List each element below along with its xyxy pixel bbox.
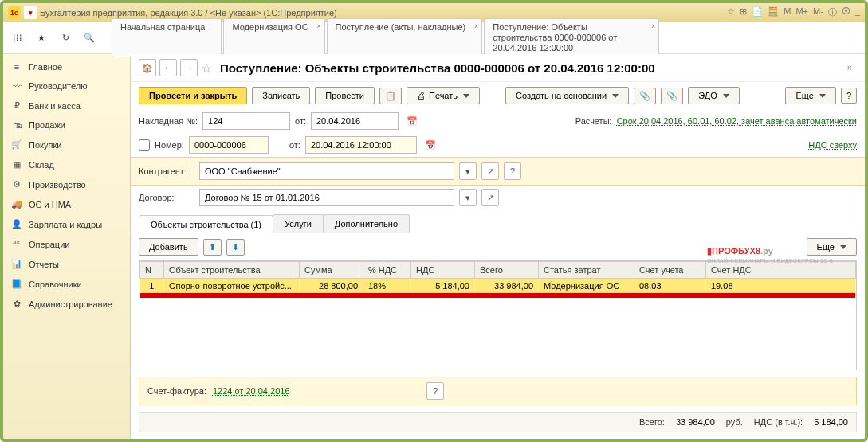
bag-icon: 🛍 xyxy=(11,120,22,130)
post-button[interactable]: Провести xyxy=(315,87,375,104)
forward-icon[interactable]: → xyxy=(180,59,198,76)
sidebar-item-operations[interactable]: ᴬᵏОперации xyxy=(3,234,130,254)
col-total[interactable]: Всего xyxy=(475,262,539,279)
create-based-button[interactable]: Создать на основании xyxy=(505,87,629,104)
sidebar-item-bank[interactable]: ₽Банк и касса xyxy=(3,96,130,115)
calendar-icon[interactable]: 📅 xyxy=(403,112,421,130)
add-button[interactable]: Добавить xyxy=(139,238,198,256)
print-button[interactable]: 🖨Печать xyxy=(407,87,480,104)
page-header: 🏠 ← → ☆ Поступление: Объекты строительст… xyxy=(131,54,865,82)
calendar-icon[interactable]: 📅 xyxy=(422,136,439,154)
table-row[interactable]: 1 Опорно-поворотное устройс... 28 800,00… xyxy=(140,279,856,294)
settlements-label: Расчеты: xyxy=(575,116,612,126)
sf-link[interactable]: 1224 от 20.04.2016 xyxy=(213,386,420,396)
tab-receipts[interactable]: Поступление (акты, накладные)× xyxy=(327,18,483,58)
doc-checkbox[interactable] xyxy=(139,139,150,151)
clip-button[interactable]: 📎 xyxy=(661,88,683,104)
attach-button[interactable]: 📎 xyxy=(634,88,656,104)
contract-input[interactable] xyxy=(199,189,454,206)
number-input[interactable] xyxy=(189,136,269,154)
sidebar-item-salary[interactable]: 👤Зарплата и кадры xyxy=(3,214,130,234)
table-toolbar: Добавить ⬆ ⬇ Еще xyxy=(131,233,865,260)
favorite-icon[interactable]: ☆ xyxy=(201,61,212,76)
titlebar-icon[interactable]: 🧮 xyxy=(768,6,779,18)
move-down-button[interactable]: ⬇ xyxy=(226,239,245,256)
info-icon[interactable]: ⓘ xyxy=(828,6,837,18)
app-icon: 1c xyxy=(8,6,21,19)
sidebar-item-admin[interactable]: ✿Администрирование xyxy=(3,294,130,314)
report-icon: 📊 xyxy=(11,259,22,269)
invoice-date-input[interactable] xyxy=(311,112,399,130)
inner-tabs: Объекты строительства (1) Услуги Дополни… xyxy=(131,209,865,233)
back-icon[interactable]: ← xyxy=(159,59,177,76)
sidebar-item-refs[interactable]: 📘Справочники xyxy=(3,274,130,294)
edo-button[interactable]: ЭДО xyxy=(688,87,740,104)
close-icon[interactable]: × xyxy=(842,63,857,72)
search-icon[interactable]: 🔍 xyxy=(80,29,99,48)
book-icon: 📘 xyxy=(11,279,22,289)
sidebar-item-manager[interactable]: 〰Руководителю xyxy=(3,76,130,96)
invoice-number-input[interactable] xyxy=(202,112,290,130)
col-vat-account[interactable]: Счет НДС xyxy=(706,262,856,279)
open-icon[interactable]: ↗ xyxy=(481,162,499,180)
close-icon[interactable]: × xyxy=(474,22,478,31)
settlements-link[interactable]: Срок 20.04.2016, 60.01, 60.02, зачет ава… xyxy=(617,116,857,126)
col-cost-item[interactable]: Статья затрат xyxy=(539,262,634,279)
write-button[interactable]: Записать xyxy=(252,87,310,104)
close-icon[interactable]: × xyxy=(316,22,320,31)
help-icon[interactable]: ? xyxy=(426,382,444,400)
date-label: от: xyxy=(295,116,306,126)
home-icon[interactable]: 🏠 xyxy=(139,59,156,76)
col-vat-pct[interactable]: % НДС xyxy=(363,262,411,279)
col-object[interactable]: Объект строительства xyxy=(164,262,300,279)
sidebar-item-warehouse[interactable]: ▦Склад xyxy=(3,155,130,174)
help-icon[interactable]: ⦿ xyxy=(842,6,850,18)
table-more-button[interactable]: Еще xyxy=(807,238,857,256)
help-icon[interactable]: ? xyxy=(504,162,521,180)
select-icon[interactable]: ▾ xyxy=(459,162,477,180)
titlebar-icon[interactable]: 📄 xyxy=(752,6,763,18)
more-button[interactable]: Еще xyxy=(785,87,835,104)
close-icon[interactable]: × xyxy=(651,22,655,31)
minimize-icon[interactable]: _ xyxy=(855,6,860,18)
titlebar-m-minus[interactable]: M- xyxy=(813,6,823,18)
sidebar-item-purchases[interactable]: 🛒Покупки xyxy=(3,135,130,155)
col-n[interactable]: N xyxy=(140,262,164,279)
history-icon[interactable]: ↻ xyxy=(56,29,75,48)
select-icon[interactable]: ▾ xyxy=(459,189,477,206)
vat-mode-link[interactable]: НДС сверху xyxy=(808,140,857,150)
datetime-input[interactable] xyxy=(305,136,417,154)
col-sum[interactable]: Сумма xyxy=(300,262,363,279)
cell-cost: Модернизация ОС xyxy=(539,279,634,294)
tab-home[interactable]: Начальная страница xyxy=(112,18,222,58)
cell-object: Опорно-поворотное устройс... xyxy=(164,279,300,294)
sidebar-item-reports[interactable]: 📊Отчеты xyxy=(3,254,130,274)
tab-modernization[interactable]: Модернизация ОС× xyxy=(223,18,324,58)
counterparty-input[interactable] xyxy=(199,162,454,180)
apps-icon[interactable]: ⁞⁞⁞ xyxy=(8,29,27,48)
col-vat[interactable]: НДС xyxy=(411,262,475,279)
open-icon[interactable]: ↗ xyxy=(481,189,499,206)
titlebar-m[interactable]: M xyxy=(784,6,791,18)
tab-objects[interactable]: Объекты строительства (1) xyxy=(139,215,273,233)
star-icon[interactable]: ★ xyxy=(32,29,51,48)
totals-footer: Всего: 33 984,00 руб. НДС (в т.ч.): 5 18… xyxy=(139,412,857,432)
number-row: Номер: от: 📅 НДС сверху xyxy=(131,133,865,157)
col-account[interactable]: Счет учета xyxy=(634,262,706,279)
post-and-close-button[interactable]: Провести и закрыть xyxy=(139,87,247,104)
help-button[interactable]: ? xyxy=(841,88,857,104)
tab-current-doc[interactable]: Поступление: Объекты строительства 0000-… xyxy=(484,18,659,58)
sidebar-item-production[interactable]: ⚙Производство xyxy=(3,174,130,194)
titlebar-m-plus[interactable]: M+ xyxy=(795,6,808,18)
person-icon: 👤 xyxy=(11,219,22,229)
titlebar-icon[interactable]: ⊞ xyxy=(740,6,747,18)
movements-button[interactable]: 📋 xyxy=(379,88,402,104)
move-up-button[interactable]: ⬆ xyxy=(203,239,222,256)
ruble-icon: ₽ xyxy=(11,100,22,111)
sidebar-item-sales[interactable]: 🛍Продажи xyxy=(3,115,130,135)
tab-extra[interactable]: Дополнительно xyxy=(323,214,410,233)
sidebar-item-assets[interactable]: 🚚ОС и НМА xyxy=(3,194,130,214)
titlebar-icon[interactable]: ☆ xyxy=(727,6,735,18)
sidebar-item-main[interactable]: ≡Главное xyxy=(3,57,130,76)
tab-services[interactable]: Услуги xyxy=(273,214,324,233)
